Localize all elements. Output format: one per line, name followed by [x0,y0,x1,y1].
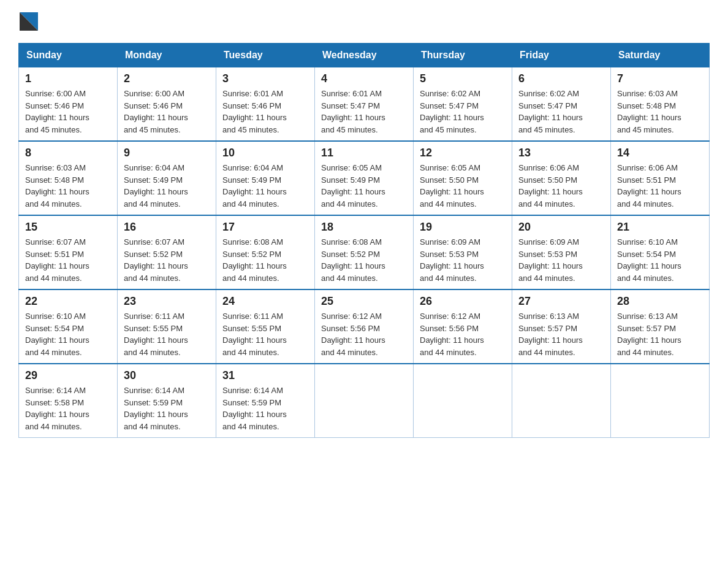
calendar-cell: 12Sunrise: 6:05 AMSunset: 5:50 PMDayligh… [414,141,512,215]
calendar-cell: 13Sunrise: 6:06 AMSunset: 5:50 PMDayligh… [512,141,611,215]
calendar-cell: 19Sunrise: 6:09 AMSunset: 5:53 PMDayligh… [414,215,512,289]
day-info: Sunrise: 6:01 AMSunset: 5:46 PMDaylight:… [222,88,308,136]
day-number: 31 [222,369,308,382]
calendar-cell: 16Sunrise: 6:07 AMSunset: 5:52 PMDayligh… [118,215,216,289]
day-number: 7 [617,72,703,85]
calendar-cell: 31Sunrise: 6:14 AMSunset: 5:59 PMDayligh… [216,364,315,438]
calendar-cell: 30Sunrise: 6:14 AMSunset: 5:59 PMDayligh… [118,364,216,438]
day-info: Sunrise: 6:13 AMSunset: 5:57 PMDaylight:… [617,310,703,358]
calendar-body: 1Sunrise: 6:00 AMSunset: 5:46 PMDaylight… [19,67,710,438]
column-header-saturday: Saturday [611,44,710,67]
calendar-cell: 25Sunrise: 6:12 AMSunset: 5:56 PMDayligh… [315,289,414,364]
column-header-sunday: Sunday [19,44,118,67]
calendar-cell: 23Sunrise: 6:11 AMSunset: 5:55 PMDayligh… [118,289,216,364]
day-info: Sunrise: 6:00 AMSunset: 5:46 PMDaylight:… [25,88,111,136]
day-info: Sunrise: 6:13 AMSunset: 5:57 PMDaylight:… [518,310,604,358]
calendar-cell: 7Sunrise: 6:03 AMSunset: 5:48 PMDaylight… [611,67,710,142]
day-number: 28 [617,295,703,308]
calendar-cell: 27Sunrise: 6:13 AMSunset: 5:57 PMDayligh… [512,289,611,364]
calendar-cell: 28Sunrise: 6:13 AMSunset: 5:57 PMDayligh… [611,289,710,364]
calendar-cell: 3Sunrise: 6:01 AMSunset: 5:46 PMDaylight… [216,67,315,142]
calendar-cell: 11Sunrise: 6:05 AMSunset: 5:49 PMDayligh… [315,141,414,215]
day-number: 13 [518,147,604,159]
column-header-wednesday: Wednesday [315,44,414,67]
calendar-cell: 10Sunrise: 6:04 AMSunset: 5:49 PMDayligh… [216,141,315,215]
day-info: Sunrise: 6:01 AMSunset: 5:47 PMDaylight:… [321,88,407,136]
calendar-week-row: 1Sunrise: 6:00 AMSunset: 5:46 PMDaylight… [19,67,710,142]
calendar-table: SundayMondayTuesdayWednesdayThursdayFrid… [18,43,710,438]
column-header-friday: Friday [512,44,611,67]
day-number: 23 [124,295,210,308]
day-number: 16 [124,221,210,234]
day-info: Sunrise: 6:14 AMSunset: 5:58 PMDaylight:… [25,385,111,432]
page-header [18,12,710,31]
calendar-cell: 24Sunrise: 6:11 AMSunset: 5:55 PMDayligh… [216,289,315,364]
logo [18,12,38,31]
day-info: Sunrise: 6:12 AMSunset: 5:56 PMDaylight:… [420,310,506,358]
calendar-cell: 6Sunrise: 6:02 AMSunset: 5:47 PMDaylight… [512,67,611,142]
day-info: Sunrise: 6:03 AMSunset: 5:48 PMDaylight:… [25,162,111,210]
day-info: Sunrise: 6:14 AMSunset: 5:59 PMDaylight:… [124,385,210,432]
day-info: Sunrise: 6:03 AMSunset: 5:48 PMDaylight:… [617,88,703,136]
day-number: 8 [25,147,111,159]
calendar-cell: 8Sunrise: 6:03 AMSunset: 5:48 PMDaylight… [19,141,118,215]
calendar-cell: 9Sunrise: 6:04 AMSunset: 5:49 PMDaylight… [118,141,216,215]
calendar-cell: 5Sunrise: 6:02 AMSunset: 5:47 PMDaylight… [414,67,512,142]
calendar-week-row: 22Sunrise: 6:10 AMSunset: 5:54 PMDayligh… [19,289,710,364]
day-number: 17 [222,221,308,234]
calendar-cell: 17Sunrise: 6:08 AMSunset: 5:52 PMDayligh… [216,215,315,289]
calendar-cell [414,364,512,438]
day-number: 14 [617,147,703,159]
day-number: 4 [321,72,407,85]
day-info: Sunrise: 6:04 AMSunset: 5:49 PMDaylight:… [222,162,308,210]
column-header-monday: Monday [118,44,216,67]
day-info: Sunrise: 6:11 AMSunset: 5:55 PMDaylight:… [222,310,308,358]
logo-icon [20,12,38,31]
day-info: Sunrise: 6:07 AMSunset: 5:52 PMDaylight:… [124,236,210,284]
day-number: 15 [25,221,111,234]
day-number: 11 [321,147,407,159]
calendar-cell [512,364,611,438]
day-number: 21 [617,221,703,234]
day-info: Sunrise: 6:05 AMSunset: 5:50 PMDaylight:… [420,162,506,210]
calendar-cell: 14Sunrise: 6:06 AMSunset: 5:51 PMDayligh… [611,141,710,215]
day-number: 19 [420,221,506,234]
day-number: 20 [518,221,604,234]
day-number: 1 [25,72,111,85]
day-number: 24 [222,295,308,308]
day-number: 26 [420,295,506,308]
day-number: 6 [518,72,604,85]
day-info: Sunrise: 6:09 AMSunset: 5:53 PMDaylight:… [518,236,604,284]
day-number: 5 [420,72,506,85]
day-info: Sunrise: 6:04 AMSunset: 5:49 PMDaylight:… [124,162,210,210]
day-number: 22 [25,295,111,308]
calendar-cell: 4Sunrise: 6:01 AMSunset: 5:47 PMDaylight… [315,67,414,142]
day-number: 18 [321,221,407,234]
calendar-cell: 15Sunrise: 6:07 AMSunset: 5:51 PMDayligh… [19,215,118,289]
calendar-cell: 2Sunrise: 6:00 AMSunset: 5:46 PMDaylight… [118,67,216,142]
column-header-tuesday: Tuesday [216,44,315,67]
day-number: 29 [25,369,111,382]
day-info: Sunrise: 6:00 AMSunset: 5:46 PMDaylight:… [124,88,210,136]
day-info: Sunrise: 6:07 AMSunset: 5:51 PMDaylight:… [25,236,111,284]
day-number: 10 [222,147,308,159]
day-info: Sunrise: 6:08 AMSunset: 5:52 PMDaylight:… [222,236,308,284]
calendar-cell [315,364,414,438]
calendar-week-row: 15Sunrise: 6:07 AMSunset: 5:51 PMDayligh… [19,215,710,289]
day-number: 3 [222,72,308,85]
day-number: 9 [124,147,210,159]
day-info: Sunrise: 6:09 AMSunset: 5:53 PMDaylight:… [420,236,506,284]
calendar-cell: 26Sunrise: 6:12 AMSunset: 5:56 PMDayligh… [414,289,512,364]
day-info: Sunrise: 6:06 AMSunset: 5:51 PMDaylight:… [617,162,703,210]
calendar-cell: 29Sunrise: 6:14 AMSunset: 5:58 PMDayligh… [19,364,118,438]
day-info: Sunrise: 6:14 AMSunset: 5:59 PMDaylight:… [222,385,308,432]
day-number: 27 [518,295,604,308]
day-info: Sunrise: 6:11 AMSunset: 5:55 PMDaylight:… [124,310,210,358]
calendar-cell [611,364,710,438]
calendar-cell: 1Sunrise: 6:00 AMSunset: 5:46 PMDaylight… [19,67,118,142]
calendar-cell: 22Sunrise: 6:10 AMSunset: 5:54 PMDayligh… [19,289,118,364]
day-number: 2 [124,72,210,85]
calendar-cell: 21Sunrise: 6:10 AMSunset: 5:54 PMDayligh… [611,215,710,289]
calendar-header-row: SundayMondayTuesdayWednesdayThursdayFrid… [19,44,710,67]
calendar-cell: 20Sunrise: 6:09 AMSunset: 5:53 PMDayligh… [512,215,611,289]
